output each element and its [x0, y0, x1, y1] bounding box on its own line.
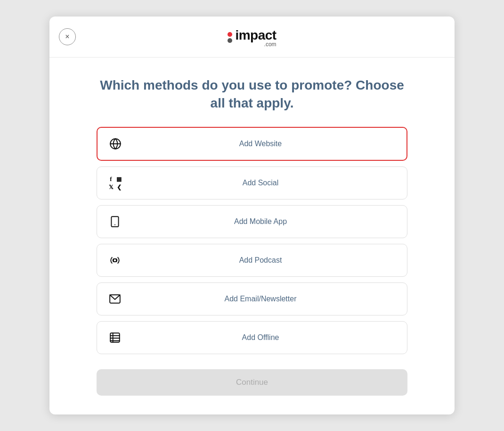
- social-icon: f ▦ 𝕏 ❮: [106, 174, 123, 191]
- continue-button[interactable]: Continue: [97, 369, 407, 396]
- podcast-icon: [106, 252, 123, 269]
- option-mobile[interactable]: Add Mobile App: [97, 205, 407, 238]
- options-list: Add Website f ▦ 𝕏 ❮ Add Social: [97, 127, 407, 354]
- option-offline[interactable]: Add Offline: [97, 321, 407, 354]
- option-website[interactable]: Add Website: [97, 127, 407, 161]
- close-button[interactable]: ×: [59, 28, 76, 45]
- modal-header: × impact .com: [49, 17, 455, 58]
- mobile-icon: [106, 213, 123, 230]
- option-podcast[interactable]: Add Podcast: [97, 244, 407, 277]
- question-title: Which methods do you use to promote? Cho…: [97, 76, 407, 112]
- logo-text-block: impact .com: [235, 28, 276, 48]
- logo-dots: [228, 32, 232, 43]
- offline-icon: [106, 329, 123, 346]
- logo-dot-gray: [228, 38, 232, 43]
- option-social[interactable]: f ▦ 𝕏 ❮ Add Social: [97, 166, 407, 199]
- modal: × impact .com Which methods do you use t…: [49, 17, 455, 415]
- option-podcast-label: Add Podcast: [123, 256, 398, 265]
- globe-icon: [107, 135, 124, 152]
- email-icon: [106, 290, 123, 307]
- modal-body: Which methods do you use to promote? Cho…: [49, 58, 455, 415]
- option-email[interactable]: Add Email/Newsletter: [97, 282, 407, 315]
- option-social-label: Add Social: [123, 179, 398, 187]
- option-mobile-label: Add Mobile App: [123, 217, 398, 226]
- logo-dot-red: [228, 32, 232, 37]
- svg-rect-2: [111, 216, 118, 227]
- option-email-label: Add Email/Newsletter: [123, 295, 398, 303]
- logo: impact .com: [228, 28, 276, 48]
- option-offline-label: Add Offline: [123, 333, 398, 342]
- logo-wordmark: impact: [235, 28, 276, 42]
- option-website-label: Add Website: [124, 140, 397, 148]
- svg-point-4: [114, 259, 117, 262]
